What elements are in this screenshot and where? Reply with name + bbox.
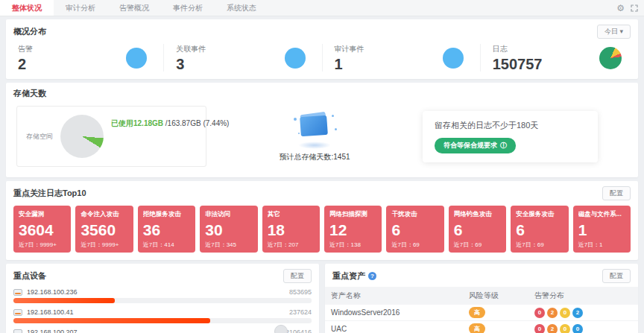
- alert-badge-critical: 0: [534, 308, 545, 318]
- column-asset-name: 资产名称: [325, 287, 463, 305]
- compliance-button[interactable]: 符合等保合规要求 ⓘ: [435, 138, 516, 153]
- week-label: 近7日：: [454, 241, 475, 248]
- top-tabbar: 整体状况 审计分析 告警概况 事件分析 系统状态 ⚙: [0, 0, 644, 16]
- stat-label: 审计事件: [335, 44, 364, 54]
- period-selector[interactable]: 今日 ▾: [597, 25, 631, 39]
- log-card-value: 30: [205, 222, 252, 238]
- stat-audit-events: 审计事件 1: [323, 44, 481, 72]
- risk-badge: 高: [469, 323, 485, 333]
- log-card-network-scan[interactable]: 网络扫描探测 12 近7日：138: [324, 206, 382, 253]
- gear-icon[interactable]: ⚙: [616, 4, 625, 13]
- log-card-value: 6: [516, 222, 563, 238]
- log-card-security-service[interactable]: 安全服务攻击 6 近7日：69: [511, 206, 568, 253]
- device-ip: 192.168.100.41: [27, 308, 74, 316]
- risk-badge: 高: [469, 307, 485, 318]
- log-card-name: 安全漏洞: [19, 210, 66, 219]
- assets-config-button[interactable]: 配置: [602, 269, 631, 283]
- column-risk-level: 风险等级: [463, 287, 528, 305]
- storage-pie-chart: [60, 115, 104, 158]
- week-label: 近7日：: [578, 241, 599, 248]
- week-value: 414: [164, 241, 174, 248]
- log-card-value: 6: [454, 222, 501, 238]
- week-label: 近7日：: [391, 241, 412, 248]
- tab-alert-overview[interactable]: 告警概况: [107, 0, 161, 16]
- week-value: 69: [537, 241, 544, 248]
- log-card-value: 6: [391, 222, 438, 238]
- device-row[interactable]: 192.168.100.236 853695: [13, 288, 312, 303]
- stat-value: 1: [335, 57, 364, 72]
- log-card-value: 36: [143, 222, 190, 238]
- device-icon: [13, 289, 22, 296]
- retention-policy-panel: 留存相关的日志不少于180天 符合等保合规要求 ⓘ: [423, 111, 598, 162]
- stat-label: 日志: [493, 44, 543, 54]
- alert-badge-high: 2: [547, 324, 558, 333]
- alert-badge-high: 2: [547, 308, 558, 318]
- week-value: 345: [227, 241, 236, 248]
- week-label: 近7日：: [329, 241, 350, 248]
- folder-icon: [291, 110, 338, 149]
- week-value: 1: [599, 241, 602, 248]
- week-value: 207: [288, 241, 298, 248]
- help-icon[interactable]: ?: [368, 272, 376, 280]
- retention-policy-text: 留存相关的日志不少于180天: [435, 120, 586, 131]
- compliance-button-label: 符合等保合规要求: [443, 141, 497, 150]
- log-card-command-injection[interactable]: 命令注入攻击 3560 近7日：9999+: [75, 206, 133, 253]
- assets-table: 资产名称 风险等级 告警分布 WindowsServer2016 高 0 2 0…: [325, 287, 638, 333]
- devices-config-button[interactable]: 配置: [283, 269, 312, 283]
- overview-title: 概况分布: [13, 26, 46, 37]
- storage-used: 已使用12.18GB: [111, 119, 163, 127]
- top-logs-row: 安全漏洞 3604 近7日：9999+ 命令注入攻击 3560 近7日：9999…: [6, 204, 638, 260]
- week-value: 69: [413, 241, 420, 248]
- log-card-value: 3560: [80, 222, 127, 238]
- log-card-other[interactable]: 其它 18 近7日：207: [262, 206, 320, 253]
- alert-badge-medium: 0: [560, 308, 570, 318]
- alert-badge-low: 0: [572, 324, 583, 333]
- log-card-value: 1: [578, 222, 625, 238]
- stat-logs: 日志 150757: [481, 44, 638, 72]
- asset-name: UAC: [325, 321, 463, 333]
- week-value: 9999+: [40, 241, 56, 248]
- fullscreen-expand-icon[interactable]: [631, 4, 638, 12]
- tab-event-analysis[interactable]: 事件分析: [161, 0, 215, 16]
- alert-badge-medium: 0: [560, 324, 570, 333]
- stat-correlated-events: 关联事件 3: [164, 44, 322, 72]
- log-card-interference[interactable]: 干扰攻击 6 近7日：69: [386, 206, 443, 253]
- asset-row[interactable]: UAC 高 0 2 0 0: [325, 321, 638, 333]
- log-card-illegal-access[interactable]: 非法访问 30 近7日：345: [200, 206, 257, 253]
- log-card-disk-filesystem[interactable]: 磁盘与文件系... 1 近7日：1: [573, 206, 631, 253]
- stat-alerts: 告警 2: [6, 44, 164, 72]
- device-row[interactable]: 192.168.100.41 237624: [13, 308, 312, 323]
- stat-label: 告警: [18, 44, 33, 54]
- asset-row[interactable]: WindowsServer2016 高 0 2 0 2: [325, 305, 638, 321]
- scroll-helper-widget[interactable]: [274, 325, 288, 333]
- log-card-name: 非法访问: [205, 210, 252, 219]
- key-devices-card: 重点设备 配置 192.168.100.236 853695 192.168.1…: [6, 264, 319, 333]
- device-ip: 192.168.100.236: [27, 288, 78, 296]
- week-value: 138: [350, 241, 360, 248]
- log-card-security-vuln[interactable]: 安全漏洞 3604 近7日：9999+: [13, 206, 71, 253]
- week-label: 近7日：: [268, 241, 288, 248]
- log-card-dos-attack[interactable]: 拒绝服务攻击 36 近7日：414: [138, 206, 195, 253]
- tab-system-status[interactable]: 系统状态: [215, 0, 268, 16]
- column-alert-distribution: 告警分布: [528, 287, 638, 305]
- key-assets-title: 重点资产 ?: [332, 270, 376, 282]
- top-logs-config-button[interactable]: 配置: [602, 186, 631, 200]
- key-devices-title: 重点设备: [13, 270, 46, 282]
- top-logs-title: 重点关注日志Top10: [13, 188, 86, 199]
- log-card-value: 12: [329, 222, 376, 238]
- stat-value: 2: [18, 57, 33, 72]
- log-card-value: 18: [268, 222, 315, 238]
- log-card-name: 拒绝服务攻击: [143, 210, 190, 219]
- storage-title: 存储天数: [13, 88, 46, 99]
- week-label: 近7日：: [516, 241, 537, 248]
- tab-overall-status[interactable]: 整体状况: [0, 0, 54, 16]
- tab-audit-analysis[interactable]: 审计分析: [54, 0, 107, 16]
- week-label: 近7日：: [19, 241, 40, 248]
- log-card-phishing[interactable]: 网络钓鱼攻击 6 近7日：69: [449, 206, 506, 253]
- device-icon: [13, 329, 22, 333]
- log-card-value: 3604: [19, 222, 66, 238]
- key-assets-card: 重点资产 ? 配置 资产名称 风险等级 告警分布 WindowsServer20…: [325, 264, 638, 333]
- week-label: 近7日：: [143, 241, 164, 248]
- log-card-name: 网络钓鱼攻击: [454, 210, 501, 219]
- device-row[interactable]: 192.168.100.207 2106416: [13, 329, 312, 333]
